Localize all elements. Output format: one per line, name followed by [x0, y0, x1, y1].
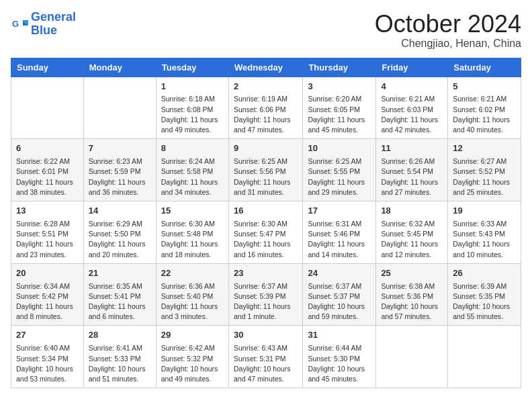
- calendar-cell: 2Sunrise: 6:19 AM Sunset: 6:06 PM Daylig…: [228, 77, 302, 139]
- calendar-cell: [11, 77, 84, 139]
- calendar-cell: [83, 77, 156, 139]
- calendar-week-4: 20Sunrise: 6:34 AM Sunset: 5:42 PM Dayli…: [11, 263, 521, 326]
- calendar-cell: 11Sunrise: 6:26 AM Sunset: 5:54 PM Dayli…: [376, 139, 448, 201]
- weekday-header-monday: Monday: [83, 58, 156, 77]
- logo-text: General Blue: [31, 11, 76, 38]
- day-number: 18: [381, 205, 443, 218]
- day-number: 14: [89, 205, 151, 218]
- calendar-cell: 9Sunrise: 6:25 AM Sunset: 5:56 PM Daylig…: [228, 139, 302, 201]
- calendar-cell: 21Sunrise: 6:35 AM Sunset: 5:41 PM Dayli…: [83, 263, 156, 326]
- calendar-table: SundayMondayTuesdayWednesdayThursdayFrid…: [11, 58, 521, 389]
- day-info: Sunrise: 6:42 AM Sunset: 5:32 PM Dayligh…: [161, 343, 224, 384]
- calendar-cell: 26Sunrise: 6:39 AM Sunset: 5:35 PM Dayli…: [448, 263, 521, 326]
- calendar-cell: 20Sunrise: 6:34 AM Sunset: 5:42 PM Dayli…: [11, 263, 84, 326]
- day-info: Sunrise: 6:34 AM Sunset: 5:42 PM Dayligh…: [16, 281, 79, 322]
- day-info: Sunrise: 6:26 AM Sunset: 5:54 PM Dayligh…: [381, 156, 443, 197]
- calendar-cell: 1Sunrise: 6:18 AM Sunset: 6:08 PM Daylig…: [156, 77, 228, 139]
- day-number: 2: [234, 81, 298, 93]
- calendar-week-1: 1Sunrise: 6:18 AM Sunset: 6:08 PM Daylig…: [11, 77, 521, 139]
- calendar-cell: 31Sunrise: 6:44 AM Sunset: 5:30 PM Dayli…: [303, 326, 376, 388]
- day-number: 24: [308, 267, 371, 280]
- day-number: 30: [234, 329, 298, 342]
- day-info: Sunrise: 6:33 AM Sunset: 5:43 PM Dayligh…: [453, 219, 516, 260]
- calendar-cell: 24Sunrise: 6:37 AM Sunset: 5:37 PM Dayli…: [303, 263, 376, 326]
- day-info: Sunrise: 6:21 AM Sunset: 6:02 PM Dayligh…: [453, 94, 516, 135]
- day-number: 21: [89, 267, 151, 280]
- calendar-cell: 13Sunrise: 6:28 AM Sunset: 5:51 PM Dayli…: [11, 201, 84, 264]
- day-info: Sunrise: 6:44 AM Sunset: 5:30 PM Dayligh…: [308, 343, 371, 384]
- day-number: 22: [161, 267, 224, 280]
- calendar-week-3: 13Sunrise: 6:28 AM Sunset: 5:51 PM Dayli…: [11, 201, 521, 264]
- day-number: 8: [161, 142, 224, 155]
- weekday-header-row: SundayMondayTuesdayWednesdayThursdayFrid…: [11, 58, 521, 77]
- day-number: 12: [453, 142, 516, 155]
- day-info: Sunrise: 6:20 AM Sunset: 6:05 PM Dayligh…: [308, 94, 371, 135]
- day-info: Sunrise: 6:29 AM Sunset: 5:50 PM Dayligh…: [89, 219, 151, 260]
- calendar-header: SundayMondayTuesdayWednesdayThursdayFrid…: [11, 58, 521, 77]
- day-info: Sunrise: 6:27 AM Sunset: 5:52 PM Dayligh…: [453, 156, 516, 197]
- day-number: 4: [381, 81, 443, 93]
- day-info: Sunrise: 6:36 AM Sunset: 5:40 PM Dayligh…: [161, 281, 224, 322]
- calendar-cell: 16Sunrise: 6:30 AM Sunset: 5:47 PM Dayli…: [228, 201, 302, 264]
- weekday-header-wednesday: Wednesday: [228, 58, 302, 77]
- weekday-header-saturday: Saturday: [448, 58, 521, 77]
- day-number: 13: [16, 205, 79, 218]
- day-info: Sunrise: 6:39 AM Sunset: 5:35 PM Dayligh…: [453, 281, 516, 322]
- title-block: October 2024 Chengjiao, Henan, China: [375, 11, 521, 50]
- day-number: 28: [89, 329, 151, 342]
- calendar-week-2: 6Sunrise: 6:22 AM Sunset: 6:01 PM Daylig…: [11, 139, 521, 201]
- weekday-header-tuesday: Tuesday: [156, 58, 228, 77]
- day-number: 7: [89, 142, 151, 155]
- day-info: Sunrise: 6:41 AM Sunset: 5:33 PM Dayligh…: [89, 343, 151, 384]
- day-info: Sunrise: 6:25 AM Sunset: 5:56 PM Dayligh…: [234, 156, 298, 197]
- day-number: 23: [234, 267, 298, 280]
- day-number: 17: [308, 205, 371, 218]
- calendar-cell: 27Sunrise: 6:40 AM Sunset: 5:34 PM Dayli…: [11, 326, 84, 388]
- location: Chengjiao, Henan, China: [375, 38, 521, 50]
- calendar-week-5: 27Sunrise: 6:40 AM Sunset: 5:34 PM Dayli…: [11, 326, 521, 388]
- logo-line1: General: [31, 10, 76, 24]
- day-info: Sunrise: 6:40 AM Sunset: 5:34 PM Dayligh…: [16, 343, 79, 384]
- calendar-cell: 17Sunrise: 6:31 AM Sunset: 5:46 PM Dayli…: [303, 201, 376, 264]
- calendar-body: 1Sunrise: 6:18 AM Sunset: 6:08 PM Daylig…: [11, 77, 521, 388]
- day-info: Sunrise: 6:25 AM Sunset: 5:55 PM Dayligh…: [308, 156, 371, 197]
- page-header: G General Blue October 2024 Chengjiao, H…: [11, 11, 521, 50]
- day-number: 27: [16, 329, 79, 342]
- weekday-header-friday: Friday: [376, 58, 448, 77]
- calendar-cell: 14Sunrise: 6:29 AM Sunset: 5:50 PM Dayli…: [83, 201, 156, 264]
- day-info: Sunrise: 6:24 AM Sunset: 5:58 PM Dayligh…: [161, 156, 224, 197]
- day-info: Sunrise: 6:22 AM Sunset: 6:01 PM Dayligh…: [16, 156, 79, 197]
- day-info: Sunrise: 6:19 AM Sunset: 6:06 PM Dayligh…: [234, 94, 298, 135]
- day-number: 19: [453, 205, 516, 218]
- calendar-cell: 15Sunrise: 6:30 AM Sunset: 5:48 PM Dayli…: [156, 201, 228, 264]
- calendar-cell: 29Sunrise: 6:42 AM Sunset: 5:32 PM Dayli…: [156, 326, 228, 388]
- day-info: Sunrise: 6:31 AM Sunset: 5:46 PM Dayligh…: [308, 219, 371, 260]
- day-info: Sunrise: 6:35 AM Sunset: 5:41 PM Dayligh…: [89, 281, 151, 322]
- logo: G General Blue: [11, 11, 76, 38]
- calendar-cell: 23Sunrise: 6:37 AM Sunset: 5:39 PM Dayli…: [228, 263, 302, 326]
- calendar-cell: 4Sunrise: 6:21 AM Sunset: 6:03 PM Daylig…: [376, 77, 448, 139]
- calendar-cell: 28Sunrise: 6:41 AM Sunset: 5:33 PM Dayli…: [83, 326, 156, 388]
- day-number: 5: [453, 81, 516, 93]
- logo-icon: G: [11, 15, 30, 34]
- month-title: October 2024: [375, 11, 521, 38]
- day-number: 6: [16, 142, 79, 155]
- day-info: Sunrise: 6:30 AM Sunset: 5:47 PM Dayligh…: [234, 219, 298, 260]
- day-number: 20: [16, 267, 79, 280]
- calendar-cell: 8Sunrise: 6:24 AM Sunset: 5:58 PM Daylig…: [156, 139, 228, 201]
- day-number: 15: [161, 205, 224, 218]
- calendar-cell: 7Sunrise: 6:23 AM Sunset: 5:59 PM Daylig…: [83, 139, 156, 201]
- weekday-header-thursday: Thursday: [303, 58, 376, 77]
- calendar-cell: 30Sunrise: 6:43 AM Sunset: 5:31 PM Dayli…: [228, 326, 302, 388]
- day-number: 25: [381, 267, 443, 280]
- day-number: 10: [308, 142, 371, 155]
- calendar-cell: 12Sunrise: 6:27 AM Sunset: 5:52 PM Dayli…: [448, 139, 521, 201]
- day-number: 16: [234, 205, 298, 218]
- day-info: Sunrise: 6:23 AM Sunset: 5:59 PM Dayligh…: [89, 156, 151, 197]
- calendar-cell: 6Sunrise: 6:22 AM Sunset: 6:01 PM Daylig…: [11, 139, 84, 201]
- day-number: 29: [161, 329, 224, 342]
- day-number: 9: [234, 142, 298, 155]
- calendar-cell: 25Sunrise: 6:38 AM Sunset: 5:36 PM Dayli…: [376, 263, 448, 326]
- weekday-header-sunday: Sunday: [11, 58, 84, 77]
- day-info: Sunrise: 6:21 AM Sunset: 6:03 PM Dayligh…: [381, 94, 443, 135]
